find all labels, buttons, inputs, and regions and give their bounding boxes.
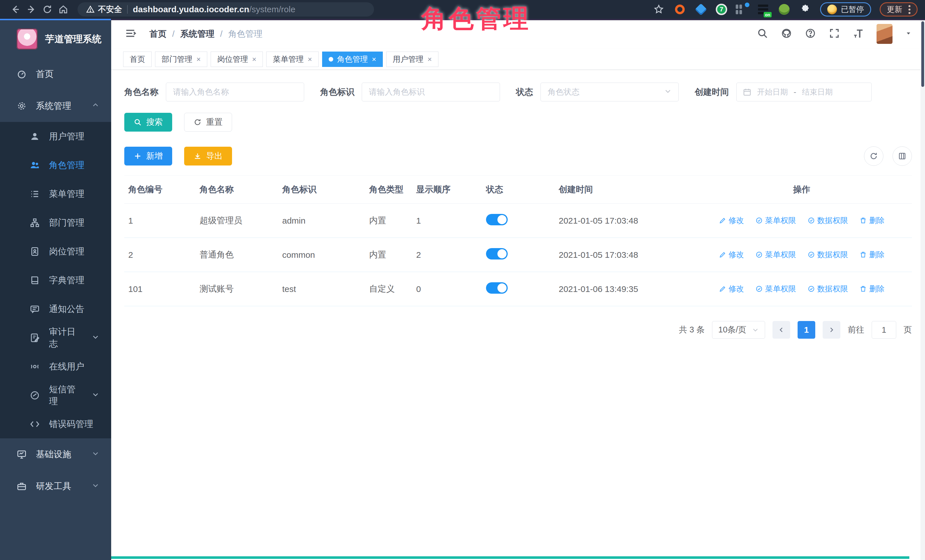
browser-reload-button[interactable] [39, 2, 55, 17]
tab-close-icon[interactable]: × [252, 56, 256, 63]
sidebar-item-departments[interactable]: 部门管理 [0, 208, 111, 237]
sidebar-item-label: 字典管理 [49, 274, 84, 286]
trash-icon [859, 251, 867, 258]
date-range-picker[interactable]: 开始日期 - 结束日期 [736, 83, 872, 101]
role-name-input[interactable] [166, 83, 304, 101]
search-button[interactable]: 搜索 [124, 113, 172, 132]
page-scrollbar[interactable] [920, 20, 925, 560]
sidebar-item-label: 首页 [36, 68, 54, 80]
sidebar-toggle-button[interactable] [124, 27, 136, 41]
extension-target-icon[interactable] [673, 3, 686, 16]
sidebar-item-home[interactable]: 首页 [0, 58, 111, 90]
status-toggle[interactable] [486, 282, 508, 294]
table-toolbar: 新增 导出 [124, 146, 912, 166]
tab-close-icon[interactable]: × [196, 56, 201, 63]
sidebar-item-error-codes[interactable]: 错误码管理 [0, 410, 111, 438]
page-number-button[interactable]: 1 [798, 321, 815, 339]
tab-users[interactable]: 用户管理× [386, 51, 438, 67]
delete-link[interactable]: 删除 [859, 284, 884, 294]
edit-pencil-icon [719, 217, 726, 224]
tab-close-icon[interactable]: × [307, 56, 312, 63]
scrollbar-thumb[interactable] [921, 21, 924, 87]
next-page-button[interactable] [823, 321, 840, 339]
tab-departments[interactable]: 部门管理× [155, 51, 207, 67]
sidebar-item-menus[interactable]: 菜单管理 [0, 179, 111, 208]
goto-page-input[interactable] [872, 321, 896, 339]
breadcrumb-section[interactable]: 系统管理 [180, 28, 214, 40]
download-icon [194, 152, 202, 160]
prev-page-button[interactable] [773, 321, 790, 339]
sidebar-item-system[interactable]: 系统管理 [0, 90, 111, 122]
user-menu-caret-icon[interactable] [905, 30, 912, 38]
sidebar-item-posts[interactable]: 岗位管理 [0, 237, 111, 266]
extensions-puzzle-icon[interactable] [799, 3, 812, 16]
edit-link[interactable]: 修改 [719, 249, 744, 260]
bottom-teal-line [111, 556, 909, 559]
extension-monkey-icon[interactable] [778, 3, 791, 16]
tab-menus[interactable]: 菜单管理× [266, 51, 318, 67]
extension-grid-icon[interactable] [736, 3, 748, 16]
tab-close-icon[interactable]: × [428, 56, 432, 63]
sidebar-item-audit-log[interactable]: 审计日志 [0, 323, 111, 352]
sidebar-item-roles[interactable]: 角色管理 [0, 151, 111, 179]
update-menu-button[interactable]: 更新 [880, 2, 917, 17]
help-button[interactable] [805, 28, 816, 40]
export-button[interactable]: 导出 [184, 147, 232, 165]
refresh-table-button[interactable] [864, 146, 883, 166]
tab-posts[interactable]: 岗位管理× [211, 51, 263, 67]
tab-roles[interactable]: 角色管理× [322, 51, 383, 67]
profile-paused-pill[interactable]: 已暂停 [820, 2, 871, 17]
circle-check-icon [807, 251, 815, 258]
status-toggle[interactable] [486, 214, 508, 225]
browser-back-button[interactable] [8, 2, 23, 17]
data-permission-link[interactable]: 数据权限 [807, 215, 848, 225]
bookmark-star-icon[interactable] [652, 3, 665, 16]
font-size-button[interactable] [853, 28, 864, 40]
sidebar-item-infrastructure[interactable]: 基础设施 [0, 438, 111, 470]
address-bar[interactable]: 不安全 dashboard.yudao.iocoder.cn/system/ro… [78, 2, 374, 17]
security-warning[interactable]: 不安全 [86, 4, 122, 15]
sidebar-item-dictionary[interactable]: 字典管理 [0, 266, 111, 294]
sidebar-item-dev-tools[interactable]: 研发工具 [0, 470, 111, 502]
breadcrumb-home[interactable]: 首页 [149, 28, 166, 40]
page-suffix-label: 页 [904, 324, 912, 336]
header-actions [757, 24, 912, 44]
menu-permission-link[interactable]: 菜单权限 [755, 284, 796, 294]
filter-role-name: 角色名称 [124, 83, 304, 101]
user-avatar[interactable] [877, 24, 892, 44]
active-tab-dot [328, 57, 333, 62]
sidebar-logo-row[interactable]: 芋道管理系统 [0, 19, 111, 58]
data-permission-link[interactable]: 数据权限 [807, 284, 848, 294]
extension-green-circle-icon[interactable]: 7 [716, 4, 727, 15]
sidebar-item-sms[interactable]: 短信管理 [0, 381, 111, 410]
role-key-input[interactable] [362, 83, 500, 101]
fullscreen-button[interactable] [829, 28, 840, 40]
delete-link[interactable]: 删除 [859, 215, 884, 225]
chevron-down-icon [752, 326, 759, 333]
add-button[interactable]: 新增 [124, 147, 172, 165]
browser-home-button[interactable] [55, 2, 71, 17]
status-toggle[interactable] [486, 248, 508, 260]
header-search-button[interactable] [757, 28, 768, 40]
delete-link[interactable]: 删除 [859, 249, 884, 260]
tab-home[interactable]: 首页 [123, 51, 152, 67]
column-settings-button[interactable] [892, 146, 912, 166]
users-group-icon [30, 160, 40, 170]
sidebar-item-users[interactable]: 用户管理 [0, 122, 111, 151]
edit-link[interactable]: 修改 [719, 284, 744, 294]
tab-label: 用户管理 [393, 54, 423, 65]
github-link[interactable] [781, 28, 792, 40]
status-select[interactable]: 角色状态 [541, 83, 679, 101]
browser-forward-button[interactable] [23, 2, 39, 17]
extension-tabs-on-icon[interactable]: on [757, 3, 769, 16]
sidebar-item-announcements[interactable]: 通知公告 [0, 294, 111, 323]
reset-button[interactable]: 重置 [184, 113, 232, 132]
edit-link[interactable]: 修改 [719, 215, 744, 225]
sidebar-item-online-users[interactable]: 在线用户 [0, 352, 111, 381]
menu-permission-link[interactable]: 菜单权限 [755, 249, 796, 260]
data-permission-link[interactable]: 数据权限 [807, 249, 848, 260]
page-size-select[interactable]: 10条/页 [712, 321, 765, 339]
extension-gem-icon[interactable] [695, 3, 707, 16]
menu-permission-link[interactable]: 菜单权限 [755, 215, 796, 225]
tab-close-icon[interactable]: × [372, 56, 376, 63]
